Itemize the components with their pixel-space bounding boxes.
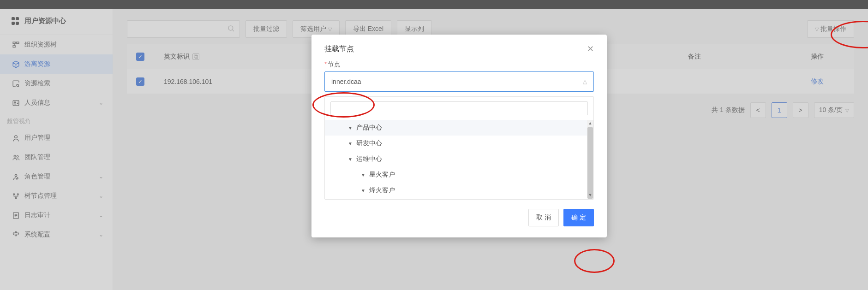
scroll-thumb[interactable]: [587, 127, 593, 199]
caret-down-icon: ▼: [348, 141, 353, 146]
caret-down-icon: ▼: [348, 157, 353, 162]
node-dropdown: ▼ 产品中心 ▼ 研发中心 ▼ 运维中心 ▼ 星火客户 ▼ 烽火客户 ▲: [324, 96, 594, 200]
modal-close-button[interactable]: ✕: [587, 44, 594, 54]
chevron-up-icon: △: [583, 78, 587, 85]
tree-item-label: 运维中心: [356, 155, 382, 163]
caret-down-icon: ▼: [348, 125, 353, 130]
dropdown-search-input[interactable]: [330, 101, 588, 115]
mount-node-modal: 挂载节点 ✕ *节点 inner.dcaa △ ▼ 产品中心 ▼ 研发中心 ▼ …: [311, 35, 607, 237]
node-label-text: 节点: [328, 60, 341, 68]
caret-down-icon: ▼: [361, 172, 365, 178]
modal-footer: 取 消 确 定: [311, 200, 607, 229]
tree-item-label: 产品中心: [356, 124, 382, 132]
modal-header: 挂载节点 ✕: [311, 35, 607, 60]
scroll-down-icon[interactable]: ▼: [587, 192, 593, 198]
caret-down-icon: ▼: [361, 188, 365, 193]
scroll-up-icon[interactable]: ▲: [587, 120, 593, 126]
node-select-input[interactable]: inner.dcaa △: [324, 71, 594, 92]
tree-item-ops-center[interactable]: ▼ 运维中心: [325, 151, 587, 167]
tree-item-product-center[interactable]: ▼ 产品中心: [325, 120, 587, 136]
required-mark: *: [324, 60, 327, 68]
dropdown-scrollbar[interactable]: ▲ ▼: [587, 120, 593, 198]
tree-item-label: 烽火客户: [369, 186, 395, 195]
tree-item-label: 研发中心: [356, 139, 382, 148]
modal-title: 挂载节点: [324, 44, 354, 54]
node-select-value: inner.dcaa: [331, 78, 361, 85]
tree-item-xinghuo[interactable]: ▼ 星火客户: [325, 167, 587, 183]
confirm-button[interactable]: 确 定: [563, 209, 594, 226]
tree-item-fenghuo[interactable]: ▼ 烽火客户: [325, 183, 587, 198]
node-field-label: *节点: [311, 60, 607, 69]
tree-item-label: 星火客户: [369, 171, 395, 179]
cancel-button[interactable]: 取 消: [528, 209, 559, 226]
tree-item-rd-center[interactable]: ▼ 研发中心: [325, 136, 587, 151]
